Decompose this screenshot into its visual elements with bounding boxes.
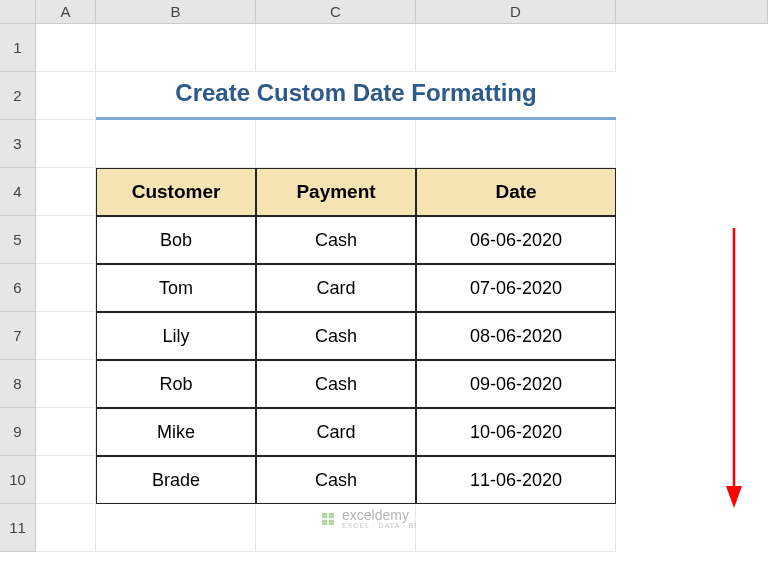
row-header-4[interactable]: 4	[0, 168, 36, 216]
table-cell-payment[interactable]: Card	[256, 264, 416, 312]
table-header-date[interactable]: Date	[416, 168, 616, 216]
cell-e6	[616, 264, 768, 312]
cell-a11[interactable]	[36, 504, 96, 552]
table-cell-customer[interactable]: Brade	[96, 456, 256, 504]
cell-e8	[616, 360, 768, 408]
cell-a8[interactable]	[36, 360, 96, 408]
watermark: exceldemy EXCEL · DATA · BI	[320, 508, 417, 529]
table-cell-customer[interactable]: Bob	[96, 216, 256, 264]
table-cell-payment[interactable]: Cash	[256, 312, 416, 360]
cell-a6[interactable]	[36, 264, 96, 312]
cell-e9	[616, 408, 768, 456]
table-cell-date[interactable]: 08-06-2020	[416, 312, 616, 360]
table-cell-date[interactable]: 10-06-2020	[416, 408, 616, 456]
table-header-payment[interactable]: Payment	[256, 168, 416, 216]
row-header-6[interactable]: 6	[0, 264, 36, 312]
cell-b11[interactable]	[96, 504, 256, 552]
cell-d11[interactable]	[416, 504, 616, 552]
col-header-blank	[616, 0, 768, 24]
table-cell-date[interactable]: 11-06-2020	[416, 456, 616, 504]
cell-a3[interactable]	[36, 120, 96, 168]
cell-e7	[616, 312, 768, 360]
cell-e3	[616, 120, 768, 168]
table-cell-payment[interactable]: Card	[256, 408, 416, 456]
cell-e11	[616, 504, 768, 552]
page-title: Create Custom Date Formatting	[96, 72, 616, 120]
table-cell-payment[interactable]: Cash	[256, 360, 416, 408]
row-header-2[interactable]: 2	[0, 72, 36, 120]
row-header-11[interactable]: 11	[0, 504, 36, 552]
cell-e10	[616, 456, 768, 504]
svg-marker-1	[726, 486, 742, 508]
table-cell-customer[interactable]: Mike	[96, 408, 256, 456]
table-cell-customer[interactable]: Tom	[96, 264, 256, 312]
cell-a7[interactable]	[36, 312, 96, 360]
table-header-customer[interactable]: Customer	[96, 168, 256, 216]
arrow-down-icon	[724, 228, 744, 508]
col-header-d[interactable]: D	[416, 0, 616, 24]
table-cell-payment[interactable]: Cash	[256, 216, 416, 264]
cell-a9[interactable]	[36, 408, 96, 456]
row-header-5[interactable]: 5	[0, 216, 36, 264]
cell-c3[interactable]	[256, 120, 416, 168]
watermark-label: exceldemy	[342, 508, 417, 522]
cell-e2	[616, 72, 768, 120]
row-header-7[interactable]: 7	[0, 312, 36, 360]
col-header-a[interactable]: A	[36, 0, 96, 24]
table-cell-payment[interactable]: Cash	[256, 456, 416, 504]
table-cell-customer[interactable]: Lily	[96, 312, 256, 360]
cell-a2[interactable]	[36, 72, 96, 120]
row-header-10[interactable]: 10	[0, 456, 36, 504]
cell-d3[interactable]	[416, 120, 616, 168]
cell-e1	[616, 24, 768, 72]
col-header-b[interactable]: B	[96, 0, 256, 24]
cell-a4[interactable]	[36, 168, 96, 216]
table-cell-date[interactable]: 07-06-2020	[416, 264, 616, 312]
cell-e4	[616, 168, 768, 216]
cell-b1[interactable]	[96, 24, 256, 72]
exceldemy-logo-icon	[320, 511, 336, 527]
row-header-1[interactable]: 1	[0, 24, 36, 72]
cell-b3[interactable]	[96, 120, 256, 168]
cell-c1[interactable]	[256, 24, 416, 72]
row-header-8[interactable]: 8	[0, 360, 36, 408]
table-cell-date[interactable]: 09-06-2020	[416, 360, 616, 408]
table-cell-date[interactable]: 06-06-2020	[416, 216, 616, 264]
cell-d1[interactable]	[416, 24, 616, 72]
select-all-corner[interactable]	[0, 0, 36, 24]
cell-a5[interactable]	[36, 216, 96, 264]
spreadsheet-grid: A B C D 1 2 Create Custom Date Formattin…	[0, 0, 768, 552]
cell-a10[interactable]	[36, 456, 96, 504]
table-cell-customer[interactable]: Rob	[96, 360, 256, 408]
cell-e5	[616, 216, 768, 264]
cell-a1[interactable]	[36, 24, 96, 72]
row-header-9[interactable]: 9	[0, 408, 36, 456]
watermark-sublabel: EXCEL · DATA · BI	[342, 522, 417, 529]
col-header-c[interactable]: C	[256, 0, 416, 24]
row-header-3[interactable]: 3	[0, 120, 36, 168]
